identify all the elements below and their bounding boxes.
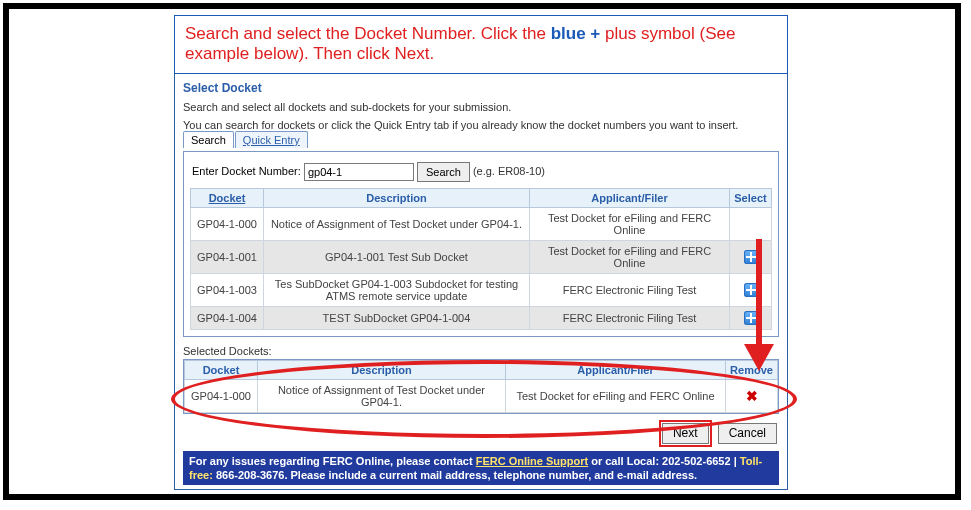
cell-select xyxy=(730,207,772,240)
cell-applicant: FERC Electronic Filing Test xyxy=(530,306,730,329)
panel-desc2: You can search for dockets or click the … xyxy=(179,119,783,131)
footer-support-link[interactable]: FERC Online Support xyxy=(476,455,588,467)
table-row: GP04-1-001 GP04-1-001 Test Sub Docket Te… xyxy=(191,240,772,273)
cell-docket: GP04-1-001 xyxy=(191,240,264,273)
selected-table: Docket Description Applicant/Filer Remov… xyxy=(184,360,778,413)
results-header-row: Docket Description Applicant/Filer Selec… xyxy=(191,188,772,207)
search-box: Enter Docket Number: Search (e.g. ER08-1… xyxy=(183,151,779,337)
table-row: GP04-1-004 TEST SubDocket GP04-1-004 FER… xyxy=(191,306,772,329)
col-docket: Docket xyxy=(185,360,258,379)
next-highlight: Next xyxy=(659,420,712,447)
cell-docket: GP04-1-000 xyxy=(185,379,258,412)
footer-t1: For any issues regarding FERC Online, pl… xyxy=(189,455,476,467)
blue-plus-text: blue + xyxy=(551,24,601,43)
col-applicant: Applicant/Filer xyxy=(506,360,726,379)
stage: Search and select the Docket Number. Cli… xyxy=(174,15,788,490)
cell-docket: GP04-1-000 xyxy=(191,207,264,240)
tab-search[interactable]: Search xyxy=(183,131,234,148)
cell-remove: ✖ xyxy=(726,379,778,412)
example-text: (e.g. ER08-10) xyxy=(473,165,545,177)
instruction-banner: Search and select the Docket Number. Cli… xyxy=(174,15,788,74)
cell-desc: Notice of Assignment of Test Docket unde… xyxy=(263,207,529,240)
cell-desc: Notice of Assignment of Test Docket unde… xyxy=(257,379,505,412)
cell-desc: TEST SubDocket GP04-1-004 xyxy=(263,306,529,329)
plus-icon[interactable] xyxy=(744,311,758,325)
selected-header-row: Docket Description Applicant/Filer Remov… xyxy=(185,360,778,379)
search-button[interactable]: Search xyxy=(417,162,470,182)
col-applicant: Applicant/Filer xyxy=(530,188,730,207)
page-frame: Search and select the Docket Number. Cli… xyxy=(3,3,961,500)
instruction-pre: Search and select the Docket Number. Cli… xyxy=(185,24,551,43)
footer-t2: or call Local: 202-502-6652 | xyxy=(588,455,740,467)
panel-desc: Search and select all dockets and sub-do… xyxy=(179,101,783,119)
cell-select xyxy=(730,306,772,329)
footer-bar: For any issues regarding FERC Online, pl… xyxy=(183,451,779,486)
table-row: GP04-1-003 Tes SubDocket GP04-1-003 Subd… xyxy=(191,273,772,306)
remove-icon[interactable]: ✖ xyxy=(746,389,758,403)
cell-applicant: Test Docket for eFiling and FERC Online xyxy=(506,379,726,412)
col-remove: Remove xyxy=(726,360,778,379)
col-description: Description xyxy=(257,360,505,379)
cell-desc: Tes SubDocket GP04-1-003 Subdocket for t… xyxy=(263,273,529,306)
results-table: Docket Description Applicant/Filer Selec… xyxy=(190,188,772,330)
cell-select xyxy=(730,240,772,273)
entry-row: Enter Docket Number: Search (e.g. ER08-1… xyxy=(190,158,772,188)
selected-label: Selected Dockets: xyxy=(183,345,779,357)
selected-box: Docket Description Applicant/Filer Remov… xyxy=(183,359,779,414)
cell-applicant: Test Docket for eFiling and FERC Online xyxy=(530,207,730,240)
docket-label: Enter Docket Number: xyxy=(192,165,301,177)
plus-icon[interactable] xyxy=(744,283,758,297)
docket-input[interactable] xyxy=(304,163,414,181)
cell-docket: GP04-1-003 xyxy=(191,273,264,306)
footer-toll: 866-208-3676. xyxy=(213,469,288,481)
col-docket[interactable]: Docket xyxy=(209,192,246,204)
col-description: Description xyxy=(263,188,529,207)
cell-applicant: FERC Electronic Filing Test xyxy=(530,273,730,306)
cell-desc: GP04-1-001 Test Sub Docket xyxy=(263,240,529,273)
tab-quick-entry[interactable]: Quick Entry xyxy=(235,131,308,148)
nav-row: Next Cancel xyxy=(185,420,777,447)
table-row: GP04-1-000 Notice of Assignment of Test … xyxy=(185,379,778,412)
panel-legend: Select Docket xyxy=(179,78,783,101)
table-row: GP04-1-000 Notice of Assignment of Test … xyxy=(191,207,772,240)
cell-select xyxy=(730,273,772,306)
plus-icon[interactable] xyxy=(744,250,758,264)
footer-t3: Please include a current mail address, t… xyxy=(287,469,697,481)
cell-docket: GP04-1-004 xyxy=(191,306,264,329)
tabs: SearchQuick Entry xyxy=(183,131,783,151)
next-button[interactable]: Next xyxy=(662,423,709,444)
cancel-button[interactable]: Cancel xyxy=(718,423,777,444)
col-select: Select xyxy=(730,188,772,207)
cell-applicant: Test Docket for eFiling and FERC Online xyxy=(530,240,730,273)
select-docket-panel: Select Docket Search and select all dock… xyxy=(174,74,788,491)
